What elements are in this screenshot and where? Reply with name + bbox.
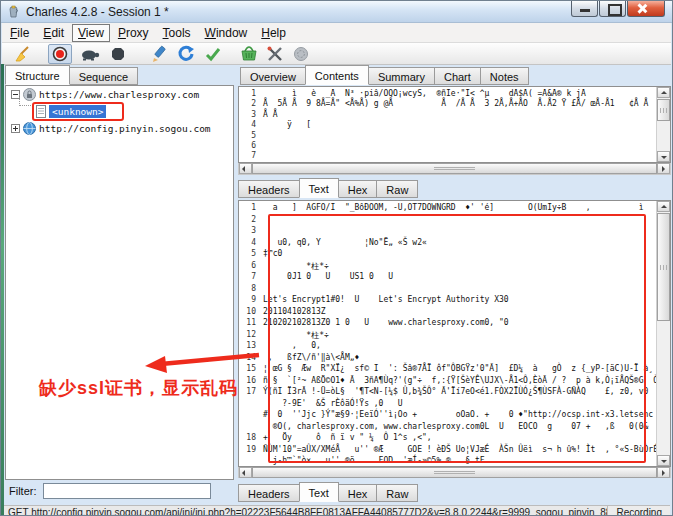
line-number: 5: [239, 249, 263, 261]
scroll-right-icon[interactable]: [657, 467, 670, 478]
request-subtab[interactable]: Hex: [338, 180, 378, 198]
filter-input[interactable]: [43, 483, 211, 499]
line-text: Å Å: [263, 110, 277, 120]
menu-item[interactable]: File: [4, 24, 35, 42]
scroll-up-icon[interactable]: [657, 201, 670, 212]
record-toggle-icon[interactable]: [48, 44, 72, 64]
line-number: 1: [239, 89, 263, 99]
sidebar-tab[interactable]: Sequence: [69, 67, 139, 85]
scroll-thumb[interactable]: [657, 99, 670, 121]
menu-item[interactable]: View: [72, 24, 110, 42]
line-text: 210202102813Z0 1 0 U www.charlesproxy.co…: [263, 318, 509, 330]
code-row: 2 Å 5Å Å 9 8Å=Å" <Å%Å) g @Å Å /Å Å 3 2Å,…: [239, 99, 656, 109]
menu-item[interactable]: Proxy: [112, 24, 155, 42]
breakpoints-stop-icon[interactable]: [110, 44, 126, 64]
minimize-button[interactable]: [571, 1, 598, 17]
code-row: 18 + Öy ô ñ ï v " ¼ Ô 1^s ,<",: [239, 433, 656, 445]
code-row: 3: [239, 226, 656, 238]
code-row: 4 ÿ [: [239, 120, 656, 130]
title-bar[interactable]: Charles 4.2.8 - Session 1 *: [1, 1, 672, 23]
line-number: 2: [239, 99, 263, 109]
code-row: 3 Å Å: [239, 110, 656, 120]
line-text: , ßfZ\/ñ'‖à\<ÅM„♦: [263, 353, 359, 365]
request-subtab[interactable]: Raw: [376, 180, 418, 198]
tree-row-unknown[interactable]: <unknown>: [6, 103, 233, 120]
line-text: ÿ [: [263, 120, 311, 130]
line-text: *柱*÷: [263, 330, 329, 342]
code-row: 17 Ý(ñI Ï3rĀ !-Ü=òL§ '¶T<N-[¼$ Û,b¾ŠÔ° Ã…: [239, 387, 656, 399]
main-tab[interactable]: Summary: [368, 67, 435, 85]
charles-app-icon: [7, 5, 21, 19]
request-code-lines: 1 ì è _Å Ñ³ ·piâ/ÒQÔ¡wcyŠ, ®ñÎe·"I< ^µ d…: [239, 89, 656, 162]
code-row: 4 u0, q0, Y ¦No"Ë„ «Š w2«: [239, 238, 656, 250]
response-body-view: 1 a ] ÀGFÒ/Ï "_BôÐÒÒM, -Ù,ÔT7DOWNGRD ♦' …: [238, 200, 671, 467]
settings-crossed-tools-icon[interactable]: [266, 44, 284, 64]
scroll-right-icon[interactable]: [657, 163, 670, 174]
menu-item[interactable]: Window: [199, 24, 254, 42]
compose-pencil-icon[interactable]: [150, 44, 168, 64]
menu-item[interactable]: Tools: [157, 24, 197, 42]
response-subtab[interactable]: Headers: [238, 484, 300, 502]
line-number: [239, 410, 263, 422]
close-button[interactable]: [627, 1, 665, 17]
tree-row-charlesproxy[interactable]: https://www.charlesproxy.com: [6, 86, 233, 103]
scroll-up-icon[interactable]: [657, 87, 670, 98]
clear-broom-icon[interactable]: [12, 44, 32, 64]
line-text: ¦ œG § Æw R"XÏ¿ sf© I ': Šâ®7ÅÏ ôf"ÔBGŸz…: [263, 364, 653, 376]
response-vertical-scrollbar[interactable]: [656, 201, 670, 466]
request-horizontal-scrollbar[interactable]: [238, 163, 671, 175]
request-subtabstrip: HeadersTextHexRaw: [238, 178, 417, 198]
throttle-turtle-icon[interactable]: [79, 44, 101, 64]
line-text: + Öy ô ñ ï v " ¼ Ô 1^s ,<",: [263, 433, 432, 445]
line-number: [239, 422, 263, 434]
scroll-thumb[interactable]: [252, 163, 657, 174]
tools-basket-icon[interactable]: [239, 44, 259, 64]
window-title: Charles 4.2.8 - Session 1 *: [26, 5, 169, 19]
toolbar: [2, 43, 671, 65]
recording-status-badge: Recording: [607, 506, 670, 515]
main-tab[interactable]: Chart: [434, 67, 481, 85]
validate-check-icon[interactable]: [204, 44, 222, 64]
response-subtab[interactable]: Raw: [376, 484, 418, 502]
sidebar-tab[interactable]: Structure: [5, 65, 70, 85]
request-subtab[interactable]: Headers: [238, 180, 300, 198]
request-vertical-scrollbar[interactable]: [656, 87, 670, 162]
scroll-left-icon[interactable]: [239, 163, 252, 174]
code-row: 6: [239, 141, 656, 151]
scroll-thumb[interactable]: [657, 213, 670, 321]
plugins-ball-icon[interactable]: [293, 44, 309, 64]
menu-bar: FileEditViewProxyToolsWindowHelp: [2, 23, 671, 43]
filter-bar: Filter:: [5, 480, 234, 502]
code-row: 1 a ] ÀGFÒ/Ï "_BôÐÒÒM, -Ù,ÔT7DOWNGRD ♦' …: [239, 203, 656, 215]
response-subtab[interactable]: Text: [299, 482, 339, 502]
main-tab[interactable]: Overview: [240, 67, 306, 85]
scroll-left-icon[interactable]: [239, 467, 252, 478]
response-subtab[interactable]: Hex: [338, 484, 378, 502]
line-text: ÑÙM'10"=aÛX/XMéÅ u'' ®Æ GOE ! èÐŠ Uo¦VJæ…: [263, 445, 656, 457]
code-row: 8: [239, 284, 656, 296]
main-tab[interactable]: Contents: [305, 65, 369, 85]
charles-window: Charles 4.2.8 - Session 1 * FileEditView…: [0, 0, 673, 516]
main-tab[interactable]: Notes: [480, 67, 529, 85]
scroll-down-icon[interactable]: [657, 455, 670, 466]
scroll-thumb[interactable]: [252, 467, 657, 478]
menu-item[interactable]: Help: [255, 24, 292, 42]
line-number: 6: [239, 141, 263, 151]
tree-row-sogou[interactable]: http://config.pinyin.sogou.com: [6, 120, 233, 137]
maximize-button[interactable]: [599, 1, 626, 17]
line-text: ®O(, charlesproxy.com, www.charlesproxy.…: [263, 422, 648, 434]
menu-item[interactable]: Edit: [37, 24, 70, 42]
code-row: 16 ñ § `[²~ AßÖ©O1♦ Ā 3ñA¶Ùq?'(g"÷ f,:{Ÿ…: [239, 376, 656, 388]
line-number: 10: [239, 307, 263, 319]
annotation-red-box-node: [32, 102, 124, 121]
code-row: 11 210202102813Z0 1 0 U www.charlesproxy…: [239, 318, 656, 330]
line-number: 9: [239, 295, 263, 307]
scroll-down-icon[interactable]: [657, 151, 670, 162]
expand-plus-icon[interactable]: [11, 124, 20, 133]
code-row: 7: [239, 151, 656, 161]
response-horizontal-scrollbar[interactable]: [238, 467, 671, 478]
tree-host-label: https://www.charlesproxy.com: [39, 89, 199, 100]
response-subtabstrip: HeadersTextHexRaw: [238, 482, 417, 502]
request-subtab[interactable]: Text: [299, 178, 339, 198]
repeat-refresh-icon[interactable]: [177, 44, 195, 64]
